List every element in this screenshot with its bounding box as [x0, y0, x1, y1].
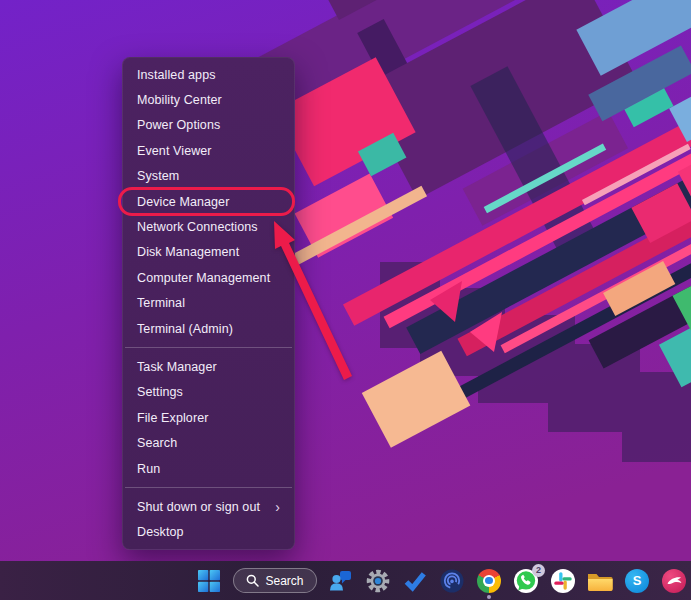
chat-people-button[interactable] [328, 568, 354, 594]
menu-item-device-manager[interactable]: Device Manager [123, 189, 294, 214]
menu-item-run[interactable]: Run [123, 456, 294, 481]
menu-separator [125, 487, 292, 488]
menu-item-shut-down-or-sign-out[interactable]: Shut down or sign out› [123, 494, 294, 519]
menu-item-label: Run [137, 462, 160, 476]
windows-logo-icon [198, 570, 220, 592]
menu-item-label: Search [137, 436, 177, 450]
folder-icon [587, 569, 613, 593]
menu-item-terminal[interactable]: Terminal [123, 291, 294, 316]
menu-item-power-options[interactable]: Power Options [123, 113, 294, 138]
menu-item-installed-apps[interactable]: Installed apps [123, 62, 294, 87]
skype-button[interactable]: S [624, 568, 650, 594]
menu-item-settings[interactable]: Settings [123, 380, 294, 405]
search-label: Search [265, 574, 303, 588]
menu-item-event-viewer[interactable]: Event Viewer [123, 138, 294, 163]
taskbar-icons-row: Search [197, 561, 687, 600]
menu-item-network-connections[interactable]: Network Connections [123, 214, 294, 239]
whatsapp-button[interactable]: 2 [513, 568, 539, 594]
chat-people-icon [328, 568, 354, 594]
menu-item-file-explorer[interactable]: File Explorer [123, 405, 294, 430]
menu-item-label: Power Options [137, 118, 220, 132]
menu-item-label: Shut down or sign out [137, 500, 260, 514]
menu-item-label: File Explorer [137, 411, 208, 425]
menu-item-terminal-admin[interactable]: Terminal (Admin) [123, 316, 294, 341]
wallpaper [0, 0, 691, 600]
start-button[interactable] [197, 568, 221, 594]
search-icon [246, 574, 259, 587]
menu-item-label: Event Viewer [137, 144, 212, 158]
hotspot-icon [439, 568, 465, 594]
search-box[interactable]: Search [233, 568, 317, 593]
menu-item-label: Network Connections [137, 220, 258, 234]
menu-item-search[interactable]: Search [123, 430, 294, 455]
winx-menu: Installed appsMobility CenterPower Optio… [122, 57, 295, 550]
menu-item-label: Installed apps [137, 68, 216, 82]
menu-item-label: Desktop [137, 525, 184, 539]
winx-menu-groups: Installed appsMobility CenterPower Optio… [123, 62, 294, 545]
menu-item-label: Computer Management [137, 271, 270, 285]
todo-button[interactable] [402, 568, 428, 594]
menu-item-label: Settings [137, 385, 183, 399]
menu-item-task-manager[interactable]: Task Manager [123, 354, 294, 379]
menu-item-label: Mobility Center [137, 93, 222, 107]
checkmark-icon [402, 568, 428, 594]
menu-item-computer-management[interactable]: Computer Management [123, 265, 294, 290]
hotspot-button[interactable] [439, 568, 465, 594]
running-indicator [487, 595, 491, 599]
chrome-icon [477, 569, 501, 593]
submenu-chevron-icon: › [275, 500, 280, 514]
menu-item-system[interactable]: System [123, 164, 294, 189]
slack-icon [551, 569, 575, 593]
skype-icon: S [625, 569, 649, 593]
taskbar: Search [0, 561, 691, 600]
menu-item-label: Terminal [137, 296, 185, 310]
desktop: Installed appsMobility CenterPower Optio… [0, 0, 691, 600]
chrome-button[interactable] [476, 568, 502, 594]
menu-item-label: System [137, 169, 179, 183]
menu-item-disk-management[interactable]: Disk Management [123, 240, 294, 265]
slack-button[interactable] [550, 568, 576, 594]
settings-button[interactable] [365, 568, 391, 594]
menu-item-label: Terminal (Admin) [137, 322, 233, 336]
mail-bird-icon [662, 569, 686, 593]
menu-item-mobility-center[interactable]: Mobility Center [123, 87, 294, 112]
gear-icon [365, 568, 391, 594]
menu-item-label: Disk Management [137, 245, 239, 259]
menu-item-desktop[interactable]: Desktop [123, 520, 294, 545]
file-explorer-button[interactable] [587, 568, 613, 594]
mail-app-button[interactable] [661, 568, 687, 594]
menu-separator [125, 347, 292, 348]
menu-item-label: Device Manager [137, 195, 229, 209]
notification-badge: 2 [532, 564, 545, 577]
menu-item-label: Task Manager [137, 360, 217, 374]
